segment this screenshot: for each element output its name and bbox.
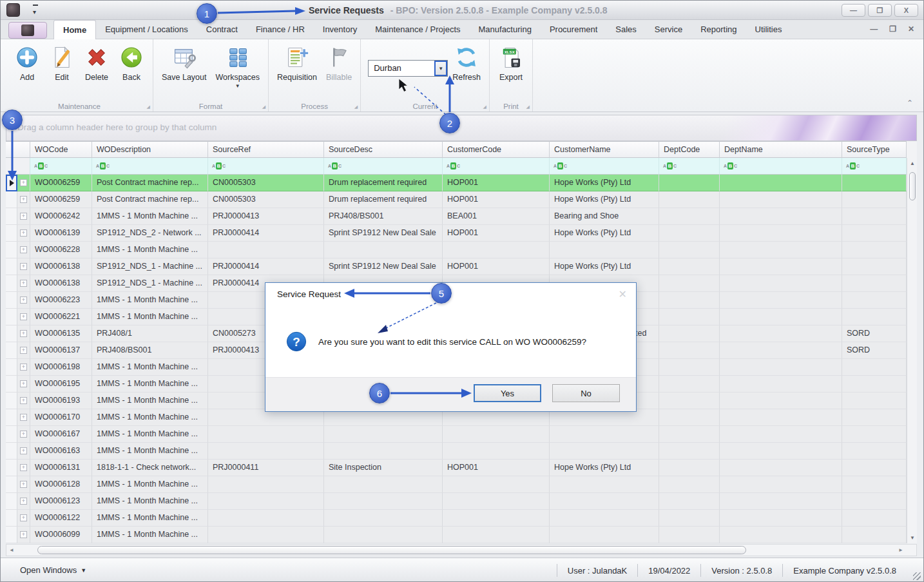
tab-manufacturing[interactable]: Manufacturing (470, 20, 541, 39)
grid-row-WO0006167[interactable]: +WO00061671MMS - 1 Month Machine ... (6, 426, 917, 443)
expand-row-icon[interactable]: + (17, 393, 30, 409)
grid-row-WO0006131[interactable]: +WO00061311818-1-1 - Check network...PRJ… (6, 460, 917, 476)
tab-inventory[interactable]: Inventory (314, 20, 366, 39)
expand-row-icon[interactable]: + (17, 527, 30, 543)
filter-cell-wodescription[interactable]: ABC (92, 158, 208, 175)
row-selector[interactable] (6, 426, 17, 443)
tab-utilities[interactable]: Utilities (746, 20, 791, 39)
delete-button[interactable]: Delete (80, 42, 113, 83)
expand-row-icon[interactable]: + (17, 242, 30, 258)
row-selector[interactable] (6, 309, 17, 325)
filter-cell-deptname[interactable]: ABC (720, 158, 842, 175)
row-selector[interactable] (6, 510, 17, 527)
filter-cell-wocode[interactable]: ABC (30, 158, 92, 175)
no-button[interactable]: No (552, 384, 620, 402)
grid-row-WO0006259[interactable]: +WO0006259Post Contract machine rep...CN… (6, 191, 917, 208)
row-selector[interactable] (6, 325, 17, 342)
row-selector[interactable] (6, 225, 17, 242)
save-layout-button[interactable]: Save Layout (158, 42, 211, 83)
column-header-customercode[interactable]: CustomerCode (443, 141, 550, 158)
grid-row-WO0006139[interactable]: +WO0006139SP1912_NDS_2 - Network ...PRJ0… (6, 225, 917, 242)
grid-row-WO0006099[interactable]: +WO00060991MMS - 1 Month Machine ... (6, 527, 917, 543)
grid-row-WO0006259[interactable]: +WO0006259Post Contract machine rep...CN… (6, 175, 917, 191)
column-header-sourceref[interactable]: SourceRef (208, 141, 324, 158)
yes-button[interactable]: Yes (474, 384, 541, 402)
row-selector[interactable] (6, 443, 17, 460)
minimize-button[interactable]: — (842, 4, 865, 17)
tab-maintenance-projects[interactable]: Maintenance / Projects (366, 20, 469, 39)
quick-access-dropdown-icon[interactable]: ▾ (33, 5, 38, 18)
row-selector[interactable] (6, 175, 17, 191)
row-selector[interactable] (6, 476, 17, 493)
refresh-button[interactable]: Refresh (448, 42, 485, 83)
grid-row-WO0006128[interactable]: +WO00061281MMS - 1 Month Machine ... (6, 476, 917, 493)
group-dialog-launcher-icon[interactable]: ◢ (147, 104, 150, 110)
expand-row-icon[interactable]: + (17, 376, 30, 393)
scroll-right-icon[interactable]: ► (896, 545, 906, 556)
row-selector[interactable] (6, 275, 17, 292)
expand-row-icon[interactable]: + (17, 275, 30, 292)
child-close-icon[interactable]: ✕ (908, 24, 914, 34)
column-header-customername[interactable]: CustomerName (550, 141, 659, 158)
grid-row-WO0006242[interactable]: +WO00062421MMS - 1 Month Machine ...PRJ0… (6, 208, 917, 225)
expand-row-icon[interactable]: + (17, 309, 30, 325)
workspaces-button[interactable]: Workspaces▼ (212, 42, 264, 90)
column-header-wocode[interactable]: WOCode (30, 141, 92, 158)
dialog-close-icon[interactable]: ✕ (619, 283, 627, 306)
row-selector[interactable] (6, 208, 17, 225)
scroll-left-icon[interactable]: ◄ (6, 545, 17, 556)
column-header-wodescription[interactable]: WODescription (92, 141, 208, 158)
tab-procurement[interactable]: Procurement (541, 20, 606, 39)
expand-row-icon[interactable]: + (17, 409, 30, 426)
row-selector[interactable] (6, 242, 17, 258)
row-selector[interactable] (6, 493, 17, 510)
tab-home[interactable]: Home (53, 20, 96, 39)
expand-row-icon[interactable]: + (17, 443, 30, 460)
row-selector[interactable] (6, 460, 17, 476)
grid-row-WO0006123[interactable]: +WO00061231MMS - 1 Month Machine ... (6, 493, 917, 510)
export-button[interactable]: XLSXExport (494, 42, 528, 83)
row-selector[interactable] (6, 527, 17, 543)
expand-row-icon[interactable]: + (17, 493, 30, 510)
expand-row-icon[interactable]: + (17, 325, 30, 342)
app-icon[interactable] (6, 3, 20, 17)
expand-row-icon[interactable]: + (17, 225, 30, 242)
expand-row-icon[interactable]: + (17, 258, 30, 275)
column-header-sourcedesc[interactable]: SourceDesc (324, 141, 443, 158)
expand-row-icon[interactable]: + (17, 359, 30, 376)
column-header-deptname[interactable]: DeptName (720, 141, 842, 158)
row-selector[interactable] (6, 409, 17, 426)
vertical-scrollbar[interactable]: ▲ ▼ (907, 158, 917, 543)
scroll-up-icon[interactable]: ▲ (907, 158, 918, 169)
resize-grip[interactable] (913, 572, 921, 580)
grid-row-WO0006228[interactable]: +WO00062281MMS - 1 Month Machine ... (6, 242, 917, 258)
horizontal-scrollbar-thumb[interactable] (37, 546, 746, 554)
row-selector[interactable] (6, 359, 17, 376)
close-button[interactable]: X (894, 4, 918, 17)
row-selector[interactable] (6, 258, 17, 275)
maximize-button[interactable]: ❐ (868, 4, 892, 17)
expand-row-icon[interactable]: + (17, 476, 30, 493)
row-selector[interactable] (6, 376, 17, 393)
tab-finance-hr[interactable]: Finance / HR (247, 20, 314, 39)
tab-sales[interactable]: Sales (606, 20, 646, 39)
group-dialog-launcher-icon[interactable]: ◢ (262, 104, 265, 110)
filter-cell-deptcode[interactable]: ABC (659, 158, 720, 175)
open-windows-button[interactable]: Open Windows ▼ (20, 565, 86, 575)
add-button[interactable]: Add (10, 42, 44, 83)
back-button[interactable]: Back (115, 42, 148, 83)
child-minimize-icon[interactable]: — (870, 24, 878, 34)
column-header-sourcetype[interactable]: SourceType (842, 141, 907, 158)
branch-combo[interactable]: Durban▼ (368, 60, 448, 77)
row-selector[interactable] (6, 292, 17, 309)
grid-row-WO0006163[interactable]: +WO00061631MMS - 1 Month Machine ... (6, 443, 917, 460)
expand-row-icon[interactable]: + (17, 342, 30, 359)
row-selector[interactable] (6, 191, 17, 208)
horizontal-scrollbar[interactable]: ◄ ► (6, 544, 917, 556)
collapse-ribbon-icon[interactable]: ⌃ (907, 99, 913, 108)
group-dialog-launcher-icon[interactable]: ◢ (354, 104, 358, 110)
expand-row-icon[interactable]: + (17, 191, 30, 208)
edit-button[interactable]: Edit (45, 42, 79, 83)
expand-row-icon[interactable]: + (17, 510, 30, 527)
group-dialog-launcher-icon[interactable]: ◢ (526, 104, 530, 110)
